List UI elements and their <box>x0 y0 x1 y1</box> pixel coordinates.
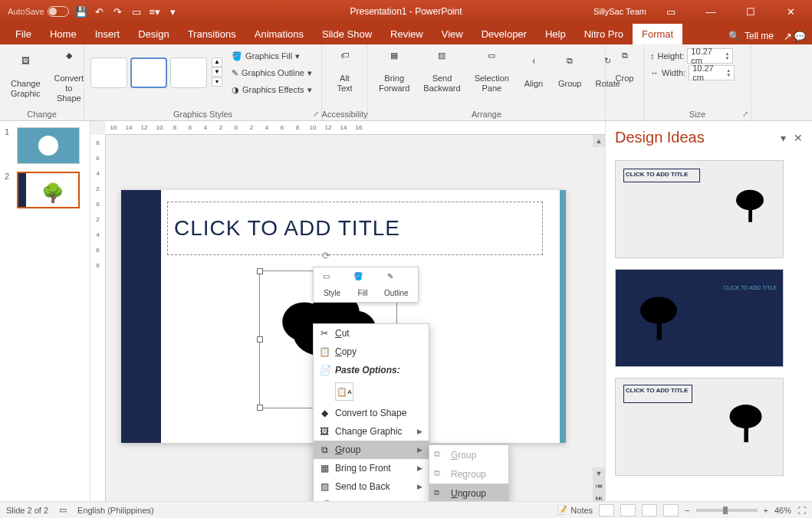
alt-text-button[interactable]: 🏷Alt Text <box>328 48 361 97</box>
change-graphic-button[interactable]: 🖼Change Graphic <box>6 53 45 102</box>
height-input[interactable]: 10.27 cm▲▼ <box>687 48 733 64</box>
chevron-right-icon: ▶ <box>417 446 422 454</box>
scroll-down-icon[interactable]: ▼ <box>593 467 605 480</box>
tab-developer[interactable]: Developer <box>472 24 536 44</box>
align-button[interactable]: ⫞Align <box>518 53 549 92</box>
tab-transitions[interactable]: Transitions <box>179 24 245 44</box>
styles-dialog-launcher[interactable]: ⤢ <box>313 110 319 118</box>
notes-button[interactable]: 📝Notes <box>557 505 593 515</box>
tab-home[interactable]: Home <box>41 24 86 44</box>
bring-forward-button[interactable]: ▦Bring Forward <box>374 48 414 97</box>
width-input[interactable]: 10.27 cm▲▼ <box>689 65 735 80</box>
resize-handle[interactable] <box>257 405 263 411</box>
zoom-in-button[interactable]: + <box>764 506 768 515</box>
close-button[interactable]: ✕ <box>775 1 806 22</box>
tab-nitro[interactable]: Nitro Pro <box>575 24 633 44</box>
slide-thumbnail-2[interactable]: 2 🌳 <box>5 172 85 208</box>
design-idea-2[interactable]: CLICK TO ADD TITLE <box>615 269 784 367</box>
tab-slideshow[interactable]: Slide Show <box>313 24 381 44</box>
slide-canvas[interactable]: 1614121086420246810121416 864202468 CLIC… <box>90 121 605 504</box>
fit-to-window-button[interactable]: ⛶ <box>797 506 806 515</box>
title-placeholder[interactable]: CLICK TO ADD TITLE <box>167 202 543 255</box>
account-name[interactable]: SillySac Team <box>593 7 646 16</box>
tab-insert[interactable]: Insert <box>86 24 130 44</box>
zoom-level[interactable]: 46% <box>774 506 791 515</box>
tab-file[interactable]: File <box>6 24 41 44</box>
autosave-toggle[interactable]: AutoSave <box>8 6 69 17</box>
reading-view-button[interactable] <box>642 504 657 516</box>
gallery-more-icon[interactable]: ▾ <box>212 77 222 87</box>
front-icon: ▦ <box>318 462 330 474</box>
tree-icon: 🌳 <box>41 182 64 204</box>
qat-icon[interactable]: ▭ <box>130 5 143 18</box>
slide-counter[interactable]: Slide 2 of 2 <box>6 506 48 515</box>
gallery-down-icon[interactable]: ▼ <box>212 67 222 77</box>
design-idea-3[interactable]: CLICK TO ADD TITLE <box>615 378 784 476</box>
style-preset-2[interactable] <box>130 57 167 88</box>
tab-view[interactable]: View <box>432 24 472 44</box>
horizontal-ruler: 1614121086420246810121416 <box>106 121 605 135</box>
tab-animations[interactable]: Animations <box>245 24 313 44</box>
accessibility-icon[interactable]: ▭ <box>59 505 67 515</box>
menu-group[interactable]: ⧉Group▶ <box>314 441 429 459</box>
paste-option-button[interactable]: 📋A <box>335 382 353 401</box>
submenu-ungroup[interactable]: ⧈Ungroup <box>429 484 508 503</box>
tab-format[interactable]: Format <box>633 24 682 44</box>
style-preset-3[interactable] <box>170 57 207 88</box>
normal-view-button[interactable] <box>599 504 614 516</box>
mini-outline-button[interactable]: ✎Outline <box>378 270 415 299</box>
tab-review[interactable]: Review <box>381 24 432 44</box>
mini-style-button[interactable]: ▭Style <box>317 270 347 299</box>
shape-icon: ◆ <box>318 407 330 419</box>
tab-design[interactable]: Design <box>129 24 178 44</box>
slide-sorter-button[interactable] <box>620 504 636 516</box>
vertical-scrollbar[interactable]: ▲ ▼ ⏮ ⏭ <box>593 135 605 504</box>
resize-handle[interactable] <box>257 268 263 274</box>
menu-send-back[interactable]: ▨Send to Back▶ <box>314 477 429 496</box>
selection-pane-button[interactable]: ▭Selection Pane <box>470 48 514 97</box>
graphics-outline-button[interactable]: ✎Graphics Outline ▾ <box>232 64 312 81</box>
pane-close-icon[interactable]: ✕ <box>794 132 803 144</box>
design-idea-1[interactable]: CLICK TO ADD TITLE <box>615 160 784 258</box>
prev-slide-icon[interactable]: ⏮ <box>593 480 605 492</box>
resize-handle[interactable] <box>257 336 263 343</box>
qat-more-icon[interactable]: ≡▾ <box>149 5 161 18</box>
zoom-slider[interactable] <box>696 509 758 512</box>
menu-copy[interactable]: 📋Copy <box>314 343 429 361</box>
toggle-switch[interactable] <box>48 6 69 17</box>
size-dialog-launcher[interactable]: ⤢ <box>742 110 748 118</box>
send-backward-button[interactable]: ▨Send Backward <box>419 48 465 97</box>
graphics-fill-button[interactable]: 🪣Graphics Fill ▾ <box>232 48 312 64</box>
ribbon-display-icon[interactable]: ▭ <box>656 1 686 22</box>
tab-help[interactable]: Help <box>536 24 575 44</box>
group-button[interactable]: ⧉Group <box>554 53 587 92</box>
share-icon[interactable]: ↗ <box>781 30 794 42</box>
save-icon[interactable]: 💾 <box>75 5 87 18</box>
slideshow-view-button[interactable] <box>663 504 679 516</box>
rotate-handle-icon[interactable]: ⟳ <box>322 250 334 262</box>
tell-me-search[interactable]: 🔍Tell me <box>721 28 781 44</box>
menu-convert-shape[interactable]: ◆Convert to Shape <box>314 404 429 422</box>
menu-change-graphic[interactable]: 🖼Change Graphic▶ <box>314 422 429 441</box>
maximize-button[interactable]: ☐ <box>735 1 766 22</box>
mini-fill-button[interactable]: 🪣Fill <box>347 270 378 299</box>
slide-thumbnail-1[interactable]: 1 <box>5 127 85 164</box>
graphics-style-gallery[interactable]: ▲▼▾ <box>90 57 222 88</box>
zoom-out-button[interactable]: − <box>685 506 689 515</box>
crop-button[interactable]: ⧉Crop <box>612 48 637 87</box>
menu-cut[interactable]: ✂Cut <box>314 324 429 343</box>
language-indicator[interactable]: English (Philippines) <box>77 506 154 515</box>
undo-icon[interactable]: ↶ <box>94 5 106 18</box>
menu-bring-front[interactable]: ▦Bring to Front▶ <box>314 459 429 477</box>
style-preset-1[interactable] <box>90 57 127 88</box>
pane-menu-icon[interactable]: ▾ <box>781 132 786 144</box>
comments-icon[interactable]: 💬 <box>794 30 806 42</box>
width-icon: ↔ <box>650 68 659 77</box>
qat-dropdown-icon[interactable]: ▾ <box>167 5 179 18</box>
gallery-up-icon[interactable]: ▲ <box>212 57 222 67</box>
minimize-button[interactable]: — <box>695 1 726 22</box>
convert-to-shape-button[interactable]: ◆Convert to Shape <box>50 48 89 107</box>
redo-icon[interactable]: ↷ <box>112 5 124 18</box>
scroll-up-icon[interactable]: ▲ <box>593 135 605 147</box>
graphics-effects-button[interactable]: ◑Graphics Effects ▾ <box>232 81 312 98</box>
